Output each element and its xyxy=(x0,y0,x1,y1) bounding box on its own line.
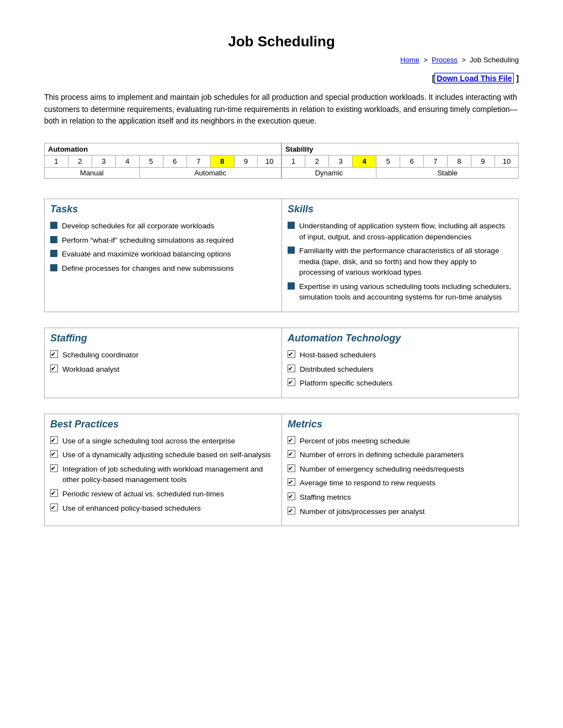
list-item: Number of jobs/processes per analyst xyxy=(288,506,513,517)
list-item: Familiarity with the performance charact… xyxy=(288,245,513,278)
checkbox-icon xyxy=(288,493,295,500)
list-item-text: Average time to respond to new requests xyxy=(300,478,435,489)
checkbox-icon xyxy=(288,365,295,372)
list-item: Host-based schedulers xyxy=(288,350,513,361)
list-item: Workload analyst xyxy=(50,364,276,375)
list-item-text: Percent of jobs meeting schedule xyxy=(300,436,410,447)
list-item-text: Use of a dynamically adjusting schedule … xyxy=(62,449,270,461)
metrics-title: Metrics xyxy=(282,414,518,432)
list-item: Distributed schedulers xyxy=(288,364,513,375)
stab-9: 9 xyxy=(471,156,495,168)
bullet-icon xyxy=(50,264,57,271)
bullet-icon xyxy=(50,250,57,257)
staffing-list: Scheduling coordinatorWorkload analyst xyxy=(50,350,276,374)
list-item: Use of a dynamically adjusting schedule … xyxy=(50,449,276,461)
bullet-icon xyxy=(288,222,295,229)
metrics-box: Metrics Percent of jobs meeting schedule… xyxy=(282,414,519,526)
list-item: Number of errors in defining schedule pa… xyxy=(288,449,513,461)
list-item-text: Number of errors in defining schedule pa… xyxy=(300,449,464,461)
auto-5: 5 xyxy=(139,156,163,168)
checkbox-icon xyxy=(288,378,295,386)
automation-label: Automation xyxy=(45,143,282,156)
download-section: [Down Load This File ] xyxy=(44,74,519,83)
list-item-text: Scheduling coordinator xyxy=(62,350,139,361)
staffing-content: Scheduling coordinatorWorkload analyst xyxy=(45,346,282,383)
auto-right-label: Automatic xyxy=(139,168,282,179)
list-item-text: Define processes for changes and new sub… xyxy=(62,263,233,274)
list-item: Staffing metrics xyxy=(288,492,513,503)
stab-5: 5 xyxy=(376,156,400,168)
list-item: Number of emergency scheduling needs/req… xyxy=(288,464,513,475)
breadcrumb: Home > Process > Job Scheduling xyxy=(44,56,519,64)
stability-label: Stability xyxy=(282,143,519,156)
list-item-text: Periodic review of actual vs. scheduled … xyxy=(62,489,224,500)
stab-6: 6 xyxy=(400,156,424,168)
list-item-text: Number of emergency scheduling needs/req… xyxy=(300,464,464,475)
checkbox-icon xyxy=(288,350,295,358)
auto-6: 6 xyxy=(163,156,187,168)
staffing-title: Staffing xyxy=(45,328,282,346)
list-item: Use of enhanced policy-based schedulers xyxy=(50,503,276,514)
list-item-text: Host-based schedulers xyxy=(300,350,376,361)
best-practices-box: Best Practices Use of a single schedulin… xyxy=(44,414,282,526)
download-link[interactable]: Down Load This File xyxy=(434,73,514,84)
list-item: Scheduling coordinator xyxy=(50,350,276,361)
skills-content: Understanding of application system flow… xyxy=(282,217,518,312)
bullet-icon xyxy=(50,222,57,229)
breadcrumb-current: Job Scheduling xyxy=(470,56,519,64)
checkbox-icon xyxy=(288,478,295,486)
stab-left-label: Dynamic xyxy=(282,168,376,179)
checkbox-icon xyxy=(288,464,295,472)
stab-right-label: Stable xyxy=(376,168,519,179)
checkbox-icon xyxy=(288,507,295,515)
checkbox-icon xyxy=(50,450,58,458)
list-item: Percent of jobs meeting schedule xyxy=(288,436,513,447)
list-item: Use of a single scheduling tool across t… xyxy=(50,436,276,447)
auto-left-label: Manual xyxy=(45,168,140,179)
list-item-text: Perform “what-if” scheduling simulations… xyxy=(62,235,233,246)
auto-4: 4 xyxy=(115,156,139,168)
best-practices-list: Use of a single scheduling tool across t… xyxy=(50,436,276,513)
description: This process aims to implement and maint… xyxy=(44,92,519,127)
stab-7: 7 xyxy=(424,156,448,168)
list-item: Evaluate and maximize workload balancing… xyxy=(50,249,276,260)
tasks-box: Tasks Develop schedules for all corporat… xyxy=(44,199,282,312)
skills-title: Skills xyxy=(282,199,518,217)
tasks-title: Tasks xyxy=(45,199,282,217)
list-item-text: Use of a single scheduling tool across t… xyxy=(62,436,235,447)
stab-2: 2 xyxy=(305,156,329,168)
stab-3: 3 xyxy=(329,156,353,168)
breadcrumb-home[interactable]: Home xyxy=(400,56,419,64)
list-item-text: Integration of job scheduling with workl… xyxy=(62,464,276,485)
stab-8: 8 xyxy=(447,156,471,168)
skills-box: Skills Understanding of application syst… xyxy=(282,199,519,312)
list-item: Average time to respond to new requests xyxy=(288,478,513,489)
automation-tech-content: Host-based schedulersDistributed schedul… xyxy=(282,346,518,398)
list-item-text: Understanding of application system flow… xyxy=(299,221,513,242)
auto-10: 10 xyxy=(258,156,282,168)
auto-1: 1 xyxy=(45,156,68,168)
checkbox-icon xyxy=(50,464,58,472)
stab-4: 4 xyxy=(353,156,376,168)
best-practices-title: Best Practices xyxy=(45,414,282,432)
checkbox-icon xyxy=(50,436,58,444)
bullet-icon xyxy=(50,236,57,243)
staffing-automation-section: Staffing Scheduling coordinatorWorkload … xyxy=(44,328,519,398)
list-item-text: Workload analyst xyxy=(62,364,119,375)
tasks-list: Develop schedules for all corporate work… xyxy=(50,221,276,274)
breadcrumb-process[interactable]: Process xyxy=(432,56,458,64)
list-item: Define processes for changes and new sub… xyxy=(50,263,276,274)
tasks-skills-section: Tasks Develop schedules for all corporat… xyxy=(44,199,519,312)
list-item: Develop schedules for all corporate work… xyxy=(50,221,276,232)
checkbox-icon xyxy=(50,489,58,497)
checkbox-icon xyxy=(50,365,58,372)
metrics-list: Percent of jobs meeting scheduleNumber o… xyxy=(288,436,513,517)
list-item: Periodic review of actual vs. scheduled … xyxy=(50,489,276,500)
best-practices-metrics-section: Best Practices Use of a single schedulin… xyxy=(44,414,519,526)
checkbox-icon xyxy=(288,450,295,458)
list-item-text: Develop schedules for all corporate work… xyxy=(62,221,214,232)
checkbox-icon xyxy=(288,436,295,444)
list-item: Expertise in using various scheduling to… xyxy=(288,281,513,303)
tasks-content: Develop schedules for all corporate work… xyxy=(45,217,282,282)
bullet-icon xyxy=(288,282,295,290)
